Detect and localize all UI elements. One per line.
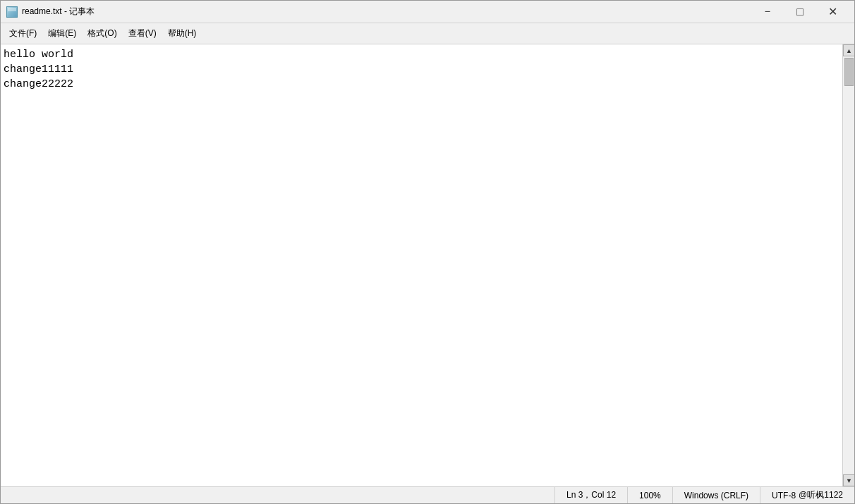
title-bar-buttons: － □ ✕ bbox=[751, 1, 849, 23]
menu-format[interactable]: 格式(O) bbox=[82, 25, 122, 42]
scroll-down-button[interactable]: ▼ bbox=[843, 474, 854, 486]
text-editor[interactable]: hello world change11111 change22222 bbox=[1, 44, 842, 486]
title-bar: readme.txt - 记事本 － □ ✕ bbox=[1, 1, 854, 23]
user-label: @听枫1122 bbox=[799, 489, 843, 501]
zoom-level: 100% bbox=[627, 487, 672, 503]
window-title: readme.txt - 记事本 bbox=[22, 6, 751, 18]
cursor-position: Ln 3，Col 12 bbox=[554, 487, 627, 503]
menu-bar: 文件(F) 编辑(E) 格式(O) 查看(V) 帮助(H) bbox=[1, 23, 854, 44]
content-area: hello world change11111 change22222 ▲ ▼ bbox=[1, 44, 854, 486]
menu-view[interactable]: 查看(V) bbox=[123, 25, 162, 42]
menu-help[interactable]: 帮助(H) bbox=[162, 25, 202, 42]
scroll-track[interactable] bbox=[843, 56, 854, 474]
scroll-thumb[interactable] bbox=[844, 58, 854, 86]
notepad-window: readme.txt - 记事本 － □ ✕ 文件(F) 编辑(E) 格式(O)… bbox=[0, 0, 855, 504]
minimize-button[interactable]: － bbox=[751, 1, 784, 23]
line-ending: Windows (CRLF) bbox=[672, 487, 760, 503]
app-icon bbox=[6, 6, 18, 18]
encoding-user: UTF-8 @听枫1122 bbox=[760, 487, 854, 503]
close-button[interactable]: ✕ bbox=[816, 1, 849, 23]
menu-edit[interactable]: 编辑(E) bbox=[42, 25, 82, 42]
menu-file[interactable]: 文件(F) bbox=[4, 25, 42, 42]
scroll-up-button[interactable]: ▲ bbox=[843, 44, 854, 56]
vertical-scrollbar: ▲ ▼ bbox=[842, 44, 854, 486]
encoding-label: UTF-8 bbox=[772, 491, 796, 500]
status-bar: Ln 3，Col 12 100% Windows (CRLF) UTF-8 @听… bbox=[1, 486, 854, 503]
maximize-button[interactable]: □ bbox=[784, 1, 816, 23]
